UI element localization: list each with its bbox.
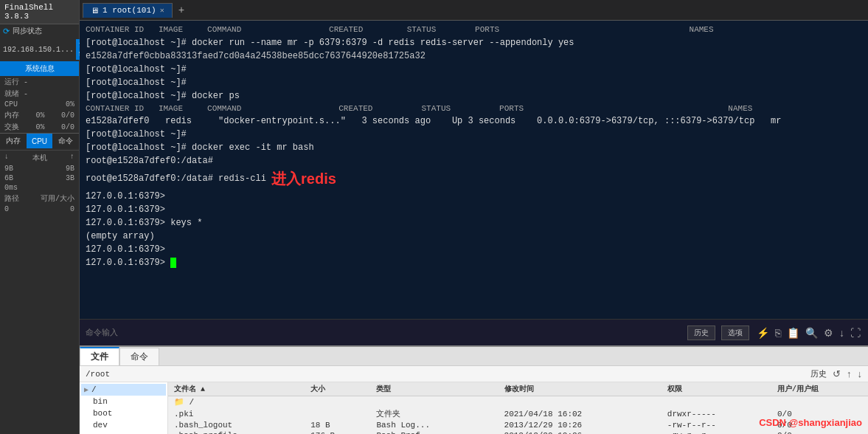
disk-zero2: 0 (70, 205, 74, 213)
fm-cell-owner: 0/0 (771, 430, 868, 434)
swap-right: 0/0 (61, 123, 74, 131)
fm-tree-root[interactable]: ▶ / (81, 384, 166, 396)
fm-tree-bin[interactable]: bin (81, 396, 166, 407)
main-tab-root[interactable]: 🖥 1 root(101) ✕ (83, 3, 173, 18)
terminal-hash1: e1528a7dfef0cbba83313faed7cd0a4a24538bee… (86, 49, 862, 63)
cmd-icon-group: ⚡ ⎘ 📋 🔍 ⚙ ↓ ⛶ (755, 327, 862, 339)
table-row[interactable]: .bash_profile176 BBash Prof...2013/12/29… (168, 430, 868, 434)
fm-col-modified[interactable]: 修改时间 (499, 382, 662, 396)
terminal-bash1: root@e1528a7dfef0:/data# (86, 154, 862, 168)
tab-label: 1 root(101) (103, 6, 156, 15)
fm-cell-type: Bash Log... (370, 420, 498, 430)
fm-tree-dev[interactable]: dev (81, 419, 166, 431)
fm-download-btn[interactable]: ↓ (858, 368, 863, 379)
tab-cpu[interactable]: CPU (27, 134, 53, 148)
fm-cell-name: 📁 / (168, 396, 305, 408)
settings-icon-btn[interactable]: ⚙ (822, 327, 835, 339)
fm-body: ▶ / bin boot dev 文件名 ▲ (80, 382, 868, 434)
terminal-header1: CONTAINER ID IMAGE COMMAND CREATED STATU… (86, 24, 862, 36)
swap-row: 交换 0% 0/0 (0, 121, 79, 133)
tab-icon: 🖥 (91, 6, 99, 16)
terminal-cmd1: [root@localhost ~]# docker run --name mr… (86, 36, 862, 49)
terminal-redis1: 127.0.0.1:6379> (86, 190, 862, 203)
fm-file-rows: 📁 /.pki文件夹2021/04/18 16:02drwxr-----0/0.… (168, 396, 868, 435)
terminal-prompt4: [root@localhost ~]# (86, 128, 862, 141)
disk-path-label: 路径 (4, 193, 19, 204)
fm-history-label: 历史 (810, 368, 827, 379)
new-tab-button[interactable]: + (174, 4, 189, 16)
run-label: 运行 - (4, 77, 28, 87)
disk-value-row: 0 0 (0, 204, 79, 214)
net-rx2: 6B (4, 174, 13, 182)
fm-col-name[interactable]: 文件名 ▲ (168, 382, 305, 396)
command-input[interactable] (86, 328, 681, 337)
paste-icon-btn[interactable]: 📋 (785, 327, 801, 339)
net-local-label: 本机 (32, 153, 47, 163)
net-row1: 9B 9B (0, 164, 79, 173)
sync-row: ⟳ 同步状态 (0, 24, 79, 38)
fm-cell-perms: drwxr----- (662, 407, 771, 420)
fm-col-size[interactable]: 大小 (305, 382, 370, 396)
sync-label: 同步状态 (13, 26, 42, 36)
fm-cell-modified: 2021/04/18 16:02 (499, 407, 662, 420)
download-icon-btn[interactable]: ↓ (838, 327, 846, 339)
terminal-container-row: e1528a7dfef0 redis "docker-entrypoint.s.… (86, 114, 862, 128)
sync-icon: ⟳ (3, 27, 10, 36)
fm-refresh-btn[interactable]: ↺ (833, 368, 841, 379)
mem-value: 0% (35, 111, 44, 120)
terminal[interactable]: CONTAINER ID IMAGE COMMAND CREATED STATU… (80, 21, 868, 319)
fm-tree-boot[interactable]: boot (81, 407, 166, 419)
tab-close-icon[interactable]: ✕ (160, 6, 164, 15)
tab-memory[interactable]: 内存 (0, 134, 27, 148)
fm-cell-size: 18 B (305, 420, 370, 430)
mem-label: 内存 (4, 110, 19, 120)
history-button[interactable]: 历史 (687, 326, 715, 340)
table-row[interactable]: 📁 / (168, 396, 868, 408)
fm-cell-name: .bash_profile (168, 430, 305, 434)
fm-cell-type: 文件夹 (370, 407, 498, 420)
terminal-prompt3: [root@localhost ~]# (86, 76, 862, 89)
fm-tab-bar: 文件 命令 (80, 347, 868, 366)
annotation-redis: 进入redis (271, 170, 336, 187)
cpu-value: 0% (66, 100, 74, 108)
main-area: 🖥 1 root(101) ✕ + CONTAINER ID IMAGE COM… (80, 0, 868, 434)
fm-table-header-row: 文件名 ▲ 大小 类型 修改时间 权限 用户/用户组 (168, 382, 868, 396)
tab-commands[interactable]: 命令 (52, 134, 79, 148)
fm-tab-files[interactable]: 文件 (80, 347, 119, 365)
fm-toolbar: /root 历史 ↺ ↑ ↓ (80, 366, 868, 382)
file-manager: 文件 命令 /root 历史 ↺ ↑ ↓ ▶ / bin (80, 345, 868, 434)
lightning-icon-btn[interactable]: ⚡ (755, 327, 771, 339)
fm-tree-bin-label: bin (93, 397, 108, 406)
mem-row: 内存 0% 0/0 (0, 109, 79, 121)
fm-cell-type: Bash Prof... (370, 430, 498, 434)
disk-size-label: 可用/大小 (41, 193, 74, 204)
copy-icon-btn[interactable]: ⎘ (774, 327, 782, 339)
fm-cell-size (305, 396, 370, 408)
terminal-redis2: 127.0.0.1:6379> (86, 203, 862, 216)
sidebar: FinalShell 3.8.3 ⟳ 同步状态 192.168.150.1...… (0, 0, 80, 434)
net-tx2: 3B (66, 174, 74, 182)
fm-tab-cmd[interactable]: 命令 (119, 348, 159, 365)
search-icon-btn[interactable]: 🔍 (804, 327, 819, 339)
system-info-btn[interactable]: 系统信息 (0, 61, 79, 76)
ip-row: 192.168.150.1... 复制 (0, 38, 79, 61)
fm-col-perms[interactable]: 权限 (662, 382, 771, 396)
fm-col-type[interactable]: 类型 (370, 382, 498, 396)
tab-bar: 🖥 1 root(101) ✕ + (80, 0, 868, 21)
swap-value: 0% (35, 123, 44, 131)
terminal-redis4: 127.0.0.1:6379> (86, 243, 862, 256)
net-rx1: 9B (4, 165, 13, 173)
fullscreen-icon-btn[interactable]: ⛶ (849, 327, 862, 339)
done-row: 就绪 - (0, 88, 79, 100)
fm-cell-perms: -rw-r--r-- (662, 430, 771, 434)
fm-cell-owner (771, 396, 868, 408)
terminal-header2: CONTAINER ID IMAGE COMMAND CREATED STATU… (86, 103, 862, 115)
run-row: 运行 - (0, 76, 79, 88)
fm-upload-btn[interactable]: ↑ (847, 368, 852, 379)
net-row2: 6B 3B (0, 173, 79, 183)
terminal-cursor (170, 258, 176, 268)
options-button[interactable]: 选项 (721, 326, 749, 340)
fm-col-owner[interactable]: 用户/用户组 (771, 382, 868, 396)
disk-header-row: 路径 可用/大小 (0, 193, 79, 204)
terminal-cmd3: [root@localhost ~]# docker exec -it mr b… (86, 141, 862, 154)
